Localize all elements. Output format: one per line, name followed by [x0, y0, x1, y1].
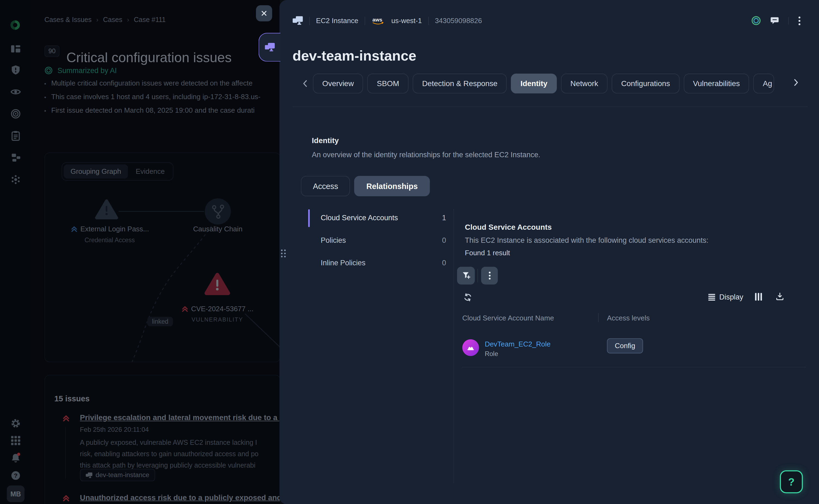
modal-backdrop[interactable]	[0, 0, 280, 504]
header-divider	[428, 17, 429, 25]
asset-title: dev-team-instance	[292, 48, 416, 64]
close-icon	[260, 10, 268, 17]
columns-icon	[755, 293, 763, 301]
header-divider	[309, 17, 310, 25]
columns-button[interactable]	[755, 293, 763, 301]
region-label: us-west-1	[391, 17, 422, 25]
download-icon	[776, 292, 784, 301]
svg-text:aws: aws	[372, 17, 382, 23]
tab-network[interactable]: Network	[561, 74, 608, 93]
identity-view-toggle: Access Relationships	[301, 176, 430, 196]
chevron-right-icon	[792, 78, 800, 87]
detail-description: This EC2 Instance is associated with the…	[465, 236, 708, 244]
tab-agents-clipped[interactable]: Ag	[754, 74, 774, 93]
filter-more-button[interactable]	[481, 267, 498, 284]
app-viewport: ? MB Cases & Issues › Cases › Case #111 …	[0, 0, 819, 504]
column-header-access-levels[interactable]: Access levels	[607, 314, 650, 322]
column-header-account-name[interactable]: Cloud Service Account Name	[462, 314, 554, 322]
identity-section-description: An overview of the identity relationship…	[312, 150, 541, 159]
tabs-divider	[292, 106, 807, 107]
list-item-policies[interactable]: Policies 0	[308, 232, 447, 250]
panel-resize-handle[interactable]	[281, 250, 285, 257]
selected-indicator	[308, 209, 310, 227]
display-rows-icon	[708, 294, 716, 300]
asset-tabs: Overview SBOM Detection & Response Ident…	[301, 74, 796, 93]
tab-identity[interactable]: Identity	[511, 74, 557, 93]
filter-plus-icon	[462, 272, 471, 280]
tab-vulnerabilities[interactable]: Vulnerabilities	[684, 74, 749, 93]
add-filter-button[interactable]	[457, 267, 475, 284]
table-row-divider	[462, 367, 806, 367]
list-item-cloud-service-accounts[interactable]: Cloud Service Accounts 1	[308, 209, 447, 227]
instance-icon	[265, 43, 275, 52]
download-button[interactable]	[776, 292, 784, 301]
tab-configurations[interactable]: Configurations	[612, 74, 679, 93]
display-options-button[interactable]: Display	[705, 292, 746, 302]
tab-sbom[interactable]: SBOM	[367, 74, 408, 93]
ai-scan-button[interactable]	[751, 16, 761, 26]
kebab-menu-icon	[798, 16, 801, 26]
asset-panel-side-tab[interactable]	[259, 33, 281, 62]
hard-hat-icon	[467, 344, 475, 352]
account-id-label: 343059098826	[435, 17, 482, 25]
comments-button[interactable]	[770, 17, 779, 25]
panel-header-actions	[751, 16, 801, 26]
asset-detail-panel: EC2 Instance aws us-west-1 343059098826	[279, 0, 819, 504]
account-name-link[interactable]: DevTeam_EC2_Role	[485, 340, 551, 348]
chat-icon	[770, 17, 779, 25]
header-divider	[365, 17, 365, 25]
refresh-icon	[463, 293, 472, 302]
toggle-access[interactable]: Access	[301, 176, 350, 196]
kebab-menu-icon	[488, 272, 491, 280]
chevron-left-icon	[301, 79, 309, 88]
list-item-inline-policies[interactable]: Inline Policies 0	[308, 254, 447, 272]
aws-logo-icon: aws	[371, 16, 385, 25]
detail-title: Cloud Service Accounts	[465, 223, 552, 231]
account-type-label: Role	[485, 350, 498, 358]
panel-more-menu-button[interactable]	[798, 16, 801, 26]
count-badge: 0	[442, 259, 446, 267]
tabs-scroll-right-button[interactable]	[792, 78, 800, 87]
ai-rings-icon	[751, 16, 761, 26]
identity-section-title: Identity	[312, 136, 339, 145]
panel-header: EC2 Instance aws us-west-1 343059098826	[292, 16, 482, 25]
toggle-relationships[interactable]: Relationships	[354, 176, 430, 196]
relationship-type-list: Cloud Service Accounts 1 Policies 0 Inli…	[308, 209, 447, 277]
count-badge: 1	[442, 213, 446, 222]
asset-type-label: EC2 Instance	[316, 17, 358, 25]
tab-detection-response[interactable]: Detection & Response	[413, 74, 507, 93]
refresh-button[interactable]	[463, 293, 472, 302]
tabs-scroll-left-button[interactable]	[301, 79, 309, 88]
header-divider	[788, 17, 789, 24]
tab-overview[interactable]: Overview	[313, 74, 363, 93]
close-panel-button[interactable]	[256, 5, 272, 21]
role-avatar	[462, 339, 479, 356]
columns-divider	[454, 209, 454, 483]
button-divider	[478, 269, 478, 282]
instance-icon	[292, 16, 303, 25]
count-badge: 0	[442, 236, 446, 244]
result-count: Found 1 result	[465, 249, 510, 257]
help-button[interactable]: ?	[780, 470, 803, 493]
access-level-chip[interactable]: Config	[607, 338, 643, 354]
column-divider	[598, 313, 599, 322]
